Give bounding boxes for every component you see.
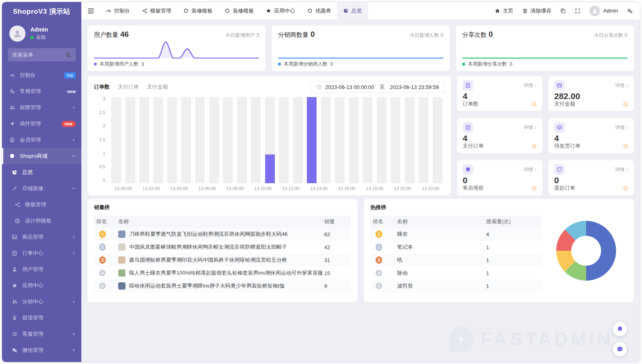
topbar-tab[interactable]: 优惠券 (301, 2, 337, 19)
order-bar (165, 97, 179, 183)
sidebar-item[interactable]: 提现管理 (2, 310, 81, 326)
topbar-tab[interactable]: 控制台 (100, 2, 136, 19)
order-bar (347, 97, 361, 183)
sales-count: 9 (324, 283, 349, 289)
chat-button[interactable] (613, 342, 627, 356)
rank-badge: 5 (376, 283, 382, 289)
sidebar-menu: 控制台 hot 常规管理 new 权限管理 (2, 67, 81, 362)
order-bar (375, 97, 389, 183)
menu-toggle-button[interactable] (81, 2, 100, 19)
keyword: 波司登 (397, 282, 486, 290)
sidebar-item[interactable]: 会员管理 (2, 132, 81, 148)
clock-icon (623, 102, 628, 107)
member-icon (9, 137, 16, 143)
search-button[interactable] (61, 52, 76, 58)
settings-button[interactable] (627, 8, 633, 14)
clear-cache-link[interactable]: 清除缓存 (522, 7, 551, 15)
sidebar-item[interactable]: 商品管理 (2, 229, 81, 245)
detail-link[interactable]: 详情› (615, 82, 628, 89)
topbar-tab[interactable]: 装修模板 (177, 2, 219, 19)
search-count: 1 (486, 257, 539, 263)
stat-label: 支付金额 (554, 100, 575, 108)
legend-dot (462, 63, 465, 66)
sidebar-item[interactable]: 常规管理 new (2, 83, 81, 99)
goods-icon (12, 234, 18, 240)
sidebar-item[interactable]: 控制台 hot (2, 67, 81, 83)
home-icon (495, 8, 500, 14)
user-panel: Admin 在线 (2, 21, 81, 43)
sidebar-item[interactable]: 店铺装修 (2, 180, 81, 197)
legend-dot (278, 63, 281, 66)
topbar-tab[interactable]: 总览 (337, 2, 368, 19)
notifications-button[interactable] (613, 322, 627, 336)
user-menu[interactable]: Admin (589, 6, 618, 16)
overview-sparkline-chart (462, 40, 627, 60)
overview-title: 分销商数量0 (278, 30, 315, 39)
order-bar (151, 97, 166, 183)
detail-link[interactable]: 详情› (523, 124, 537, 131)
sales-rank-row: 4 猫人男士睡衣男夏季100%纯棉薄款圆领套头短袖套装男ins潮休闲运动可外穿家… (94, 267, 351, 279)
product-thumbnail (118, 256, 125, 264)
bars-area (109, 97, 444, 183)
y-tick: 0.5 (94, 165, 105, 169)
star-icon (266, 8, 271, 13)
overview-value: 0 (310, 30, 315, 38)
cogs-icon (9, 89, 16, 94)
search-count: 4 (486, 231, 539, 237)
topbar-tab[interactable]: 应用中心 (260, 2, 301, 19)
copy-button[interactable] (560, 8, 566, 14)
sidebar-item[interactable]: 模板管理 (2, 197, 81, 213)
x-tick: 13 04:00 (165, 186, 193, 192)
tab-pay-order[interactable]: 支付订单 (118, 83, 139, 91)
chevron-right-icon: › (535, 83, 537, 88)
order-bar-chart: 32.521.510.50 13 00:0013 02:0013 04:0013… (94, 97, 444, 192)
sidebar-item[interactable]: 设计师模板 (2, 213, 81, 229)
sales-count: 62 (324, 231, 349, 237)
fullscreen-button[interactable] (575, 8, 580, 14)
tab-order-count[interactable]: 订单数 (94, 83, 110, 91)
sidebar-item[interactable]: 分销中心 (2, 294, 81, 310)
clock-icon (531, 144, 537, 149)
sidebar-item[interactable]: 订单中心 (2, 245, 81, 261)
order-bar (319, 97, 333, 183)
stat-value: 282.00 (554, 92, 628, 100)
topbar-tab[interactable]: 模板管理 (136, 2, 177, 19)
date-range-picker[interactable]: 2023-06-13 00:00:00 至 2023-06-13 23:59:5… (310, 81, 444, 93)
sidebar-item[interactable]: 微信管理 (2, 342, 81, 358)
detail-link[interactable]: 详情› (615, 124, 628, 131)
y-tick: 1.5 (94, 138, 105, 142)
tab-pay-amount[interactable]: 支付金额 (147, 83, 168, 91)
hot-search-title: 热搜榜 (370, 204, 541, 211)
chevron-left-icon (72, 235, 76, 239)
sidebar-item[interactable]: 插件管理 new (2, 116, 81, 132)
search-input[interactable] (8, 48, 61, 61)
topbar-tab[interactable]: 装修模板 (219, 2, 260, 19)
order-bar (305, 97, 319, 183)
product-name: 森马国潮短裤男夏季潮印花大码中国风裤子休闲嘻哈潮流宽松五分裤 (129, 256, 287, 264)
dashboard-icon (106, 8, 111, 13)
sidebar-item[interactable]: 总览 (2, 164, 81, 180)
sidebar-item[interactable]: 应用中心 (2, 277, 81, 294)
detail-link[interactable]: 详情› (523, 166, 537, 173)
stat-card: 详情› 0 退款订单 (548, 160, 634, 195)
distribution-icon (12, 299, 18, 305)
star-icon (12, 283, 18, 288)
order-bar (193, 97, 207, 183)
order-chart-tabs: 订单数 支付订单 支付金额 (94, 83, 168, 91)
home-link[interactable]: 主页 (495, 7, 513, 15)
sidebar-item[interactable]: 用户管理 (2, 261, 81, 277)
detail-link[interactable]: 详情› (523, 82, 537, 89)
sales-count: 15 (324, 270, 349, 276)
avatar[interactable] (9, 25, 26, 42)
sales-rank-row: 3 森马国潮短裤男夏季潮印花大码中国风裤子休闲嘻哈潮流宽松五分裤 31 (94, 254, 351, 267)
clock-icon (531, 102, 537, 107)
keyword: 睡衣 (397, 231, 486, 238)
sidebar-item[interactable]: 客服管理 (2, 326, 81, 342)
order-bar (361, 97, 375, 183)
detail-link[interactable]: 详情› (615, 166, 628, 173)
sidebar-item[interactable]: Shopro商城 (2, 148, 81, 164)
sidebar-item[interactable]: 权限管理 (2, 99, 81, 116)
order-bar (123, 97, 138, 183)
ship-order-icon (554, 122, 565, 133)
copy-icon (560, 8, 566, 14)
